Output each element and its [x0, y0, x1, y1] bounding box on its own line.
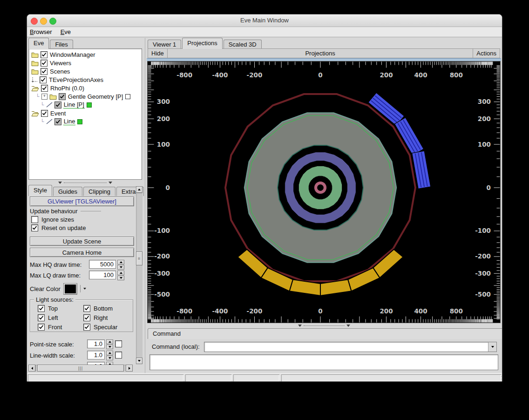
- tree-item-label[interactable]: Gentle Geometry [P]: [68, 93, 124, 100]
- tree-item-line-p-[interactable]: └Line [P]: [29, 101, 142, 109]
- light-top-checkbox[interactable]: [38, 305, 45, 312]
- tab-command[interactable]: Command: [148, 328, 502, 339]
- style-hscrollbar[interactable]: |||: [28, 365, 133, 372]
- light-front-row[interactable]: Front: [38, 324, 83, 331]
- point-size-scale-value[interactable]: 1.0: [87, 339, 105, 348]
- tab-projections[interactable]: Projections: [182, 38, 222, 49]
- spin-up-icon[interactable]: [117, 260, 124, 264]
- spin-down-icon[interactable]: [117, 265, 124, 270]
- line-width-scale-value[interactable]: 1.0: [87, 351, 105, 359]
- line-width-scale-spin-buttons[interactable]: [106, 351, 113, 360]
- title-bar[interactable]: Eve Main Window: [27, 14, 502, 27]
- ignore-sizes-checkbox[interactable]: [31, 216, 38, 223]
- light-right-checkbox[interactable]: [83, 314, 90, 321]
- tree-item-windowmanager[interactable]: WindowManager: [29, 50, 142, 59]
- light-left-row[interactable]: Left: [38, 314, 83, 321]
- tree-item-line[interactable]: └Line: [29, 117, 142, 126]
- tab-guides[interactable]: Guides: [53, 187, 82, 196]
- tree-item-checkbox[interactable]: [40, 76, 47, 83]
- scroll-down-icon[interactable]: [136, 358, 142, 364]
- glviewer-header-button[interactable]: GLViewer [TGLSAViewer]: [30, 196, 134, 206]
- actions-button[interactable]: Actions: [473, 49, 500, 58]
- tree-item-checkbox[interactable]: [41, 68, 47, 75]
- splitter-arrow-icon[interactable]: [346, 325, 350, 327]
- zoom-button[interactable]: [49, 18, 56, 25]
- spin-down-icon[interactable]: [106, 345, 113, 349]
- tree-item-viewers[interactable]: Viewers: [29, 59, 142, 67]
- tree-item-scenes[interactable]: Scenes: [29, 67, 142, 75]
- tree-item-teveprojectionaxes[interactable]: TEveProjectionAxes: [29, 75, 142, 84]
- max-lq-draw-time-value[interactable]: 100: [89, 271, 116, 279]
- splitter-arrow-icon[interactable]: [109, 182, 112, 184]
- menu-browser[interactable]: Browser: [30, 28, 52, 35]
- line-width-scale-checkbox[interactable]: [115, 352, 122, 359]
- command-input[interactable]: [204, 342, 497, 352]
- spin-down-icon[interactable]: [117, 276, 124, 280]
- command-dropdown-icon[interactable]: [488, 342, 496, 352]
- render-state-square[interactable]: [87, 102, 92, 108]
- style-vscrollbar[interactable]: ≡: [136, 186, 142, 364]
- command-input-value[interactable]: [204, 342, 488, 352]
- spin-down-icon[interactable]: [106, 356, 113, 360]
- spin-up-icon[interactable]: [117, 271, 124, 275]
- scroll-left-icon[interactable]: [28, 365, 35, 372]
- scroll-right-icon[interactable]: [126, 365, 133, 372]
- tree-item-gentle-geometry-p-[interactable]: └+Gentle Geometry [P]: [29, 92, 142, 101]
- light-front-checkbox[interactable]: [38, 324, 45, 331]
- point-size-scale-checkbox[interactable]: [115, 340, 122, 347]
- tree-item-checkbox[interactable]: [41, 51, 47, 58]
- tree-item-checkbox[interactable]: [41, 85, 48, 92]
- tab-viewer-1[interactable]: Viewer 1: [148, 40, 181, 49]
- tree-item-label[interactable]: Line [P]: [63, 101, 85, 108]
- tree-item-checkbox[interactable]: [54, 118, 61, 125]
- tree-item-label[interactable]: Viewers: [49, 60, 72, 67]
- vscroll-thumb[interactable]: ≡: [136, 251, 142, 265]
- max-hq-draw-time-spin-buttons[interactable]: [117, 260, 124, 270]
- scroll-up-icon[interactable]: [136, 186, 142, 193]
- light-top-row[interactable]: Top: [38, 305, 83, 312]
- reset-on-update-checkbox[interactable]: [31, 224, 38, 231]
- tree-item-label[interactable]: Event: [50, 110, 66, 117]
- light-specular-row[interactable]: Specular: [83, 324, 129, 331]
- tree-item-rhophi-0-0-[interactable]: RhoPhi (0.0): [29, 84, 142, 92]
- menu-eve[interactable]: Eve: [61, 28, 71, 35]
- tree-item-checkbox[interactable]: [41, 60, 47, 67]
- camera-home-button[interactable]: Camera Home: [30, 248, 134, 257]
- tree-item-label[interactable]: Line: [63, 118, 76, 125]
- reset-on-update-checkbox-row[interactable]: Reset on update: [31, 224, 86, 231]
- tree-item-label[interactable]: WindowManager: [49, 51, 96, 58]
- tree-expander-icon[interactable]: +: [41, 94, 47, 100]
- render-state-square[interactable]: [125, 94, 130, 99]
- tab-eve[interactable]: Eve: [28, 38, 49, 49]
- clear-color-swatch[interactable]: [63, 283, 77, 295]
- hide-button[interactable]: Hide: [148, 49, 168, 58]
- light-right-row[interactable]: Right: [83, 314, 129, 321]
- clear-color-dropdown-icon[interactable]: [83, 288, 86, 290]
- max-lq-draw-time-spin-buttons[interactable]: [117, 271, 124, 280]
- tree-item-checkbox[interactable]: [59, 93, 66, 100]
- tree-item-event[interactable]: Event: [29, 109, 142, 117]
- tree-item-label[interactable]: RhoPhi (0.0): [50, 85, 85, 92]
- light-left-checkbox[interactable]: [38, 314, 45, 321]
- light-bottom-checkbox[interactable]: [83, 305, 90, 312]
- tree-item-checkbox[interactable]: [41, 110, 48, 117]
- light-bottom-row[interactable]: Bottom: [83, 305, 129, 312]
- update-scene-button[interactable]: Update Scene: [30, 237, 134, 246]
- tab-clipping[interactable]: Clipping: [83, 187, 115, 196]
- splitter-arrow-icon[interactable]: [58, 182, 62, 184]
- tree-item-label[interactable]: Scenes: [49, 68, 70, 75]
- command-output[interactable]: [149, 354, 498, 370]
- point-size-scale-spin-buttons[interactable]: [106, 339, 113, 349]
- tab-scaled-3d[interactable]: Scaled 3D: [224, 40, 262, 49]
- command-splitter[interactable]: [148, 323, 500, 328]
- ignore-sizes-checkbox-row[interactable]: Ignore sizes: [31, 216, 74, 223]
- max-hq-draw-time-value[interactable]: 5000: [89, 260, 116, 269]
- glviewer-canvas[interactable]: -800-800-400-400-200-2000020020040040080…: [148, 61, 500, 323]
- tab-style[interactable]: Style: [28, 185, 52, 196]
- tree-item-checkbox[interactable]: [54, 102, 61, 108]
- light-specular-checkbox[interactable]: [83, 324, 90, 331]
- spin-up-icon[interactable]: [106, 339, 113, 344]
- tab-files[interactable]: Files: [50, 40, 73, 49]
- close-button[interactable]: [31, 18, 38, 25]
- minimize-button[interactable]: [40, 18, 47, 25]
